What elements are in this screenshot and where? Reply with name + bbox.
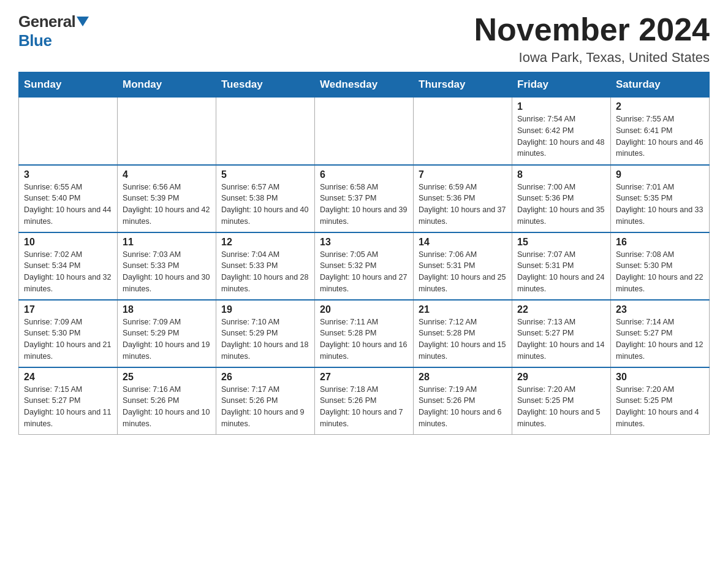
day-number: 7 — [419, 169, 507, 180]
day-number: 26 — [221, 372, 309, 383]
day-number: 18 — [123, 304, 211, 315]
day-info: Sunrise: 7:00 AM Sunset: 5:36 PM Dayligh… — [517, 182, 605, 228]
day-info: Sunrise: 7:14 AM Sunset: 5:27 PM Dayligh… — [616, 316, 704, 362]
day-info: Sunrise: 7:04 AM Sunset: 5:33 PM Dayligh… — [221, 249, 309, 295]
calendar-cell: 17Sunrise: 7:09 AM Sunset: 5:30 PM Dayli… — [19, 300, 118, 367]
calendar-week-4: 17Sunrise: 7:09 AM Sunset: 5:30 PM Dayli… — [19, 300, 710, 367]
day-number: 25 — [123, 372, 211, 383]
day-info: Sunrise: 7:55 AM Sunset: 6:41 PM Dayligh… — [616, 113, 704, 159]
calendar-cell: 18Sunrise: 7:09 AM Sunset: 5:29 PM Dayli… — [118, 300, 216, 367]
day-number: 24 — [24, 372, 112, 383]
day-info: Sunrise: 6:59 AM Sunset: 5:36 PM Dayligh… — [419, 182, 507, 228]
day-number: 20 — [320, 304, 408, 315]
day-number: 10 — [24, 237, 112, 248]
day-info: Sunrise: 7:09 AM Sunset: 5:30 PM Dayligh… — [24, 316, 112, 362]
calendar-cell: 26Sunrise: 7:17 AM Sunset: 5:26 PM Dayli… — [216, 367, 315, 435]
day-number: 3 — [24, 169, 112, 180]
calendar-cell: 1Sunrise: 7:54 AM Sunset: 6:42 PM Daylig… — [512, 98, 611, 165]
calendar-cell — [118, 98, 216, 165]
logo-general-text: General — [18, 12, 75, 31]
weekday-header-wednesday: Wednesday — [315, 72, 414, 98]
calendar-cell: 23Sunrise: 7:14 AM Sunset: 5:27 PM Dayli… — [611, 300, 710, 367]
day-number: 5 — [221, 169, 309, 180]
logo: General Blue — [18, 12, 89, 50]
calendar-cell: 20Sunrise: 7:11 AM Sunset: 5:28 PM Dayli… — [315, 300, 414, 367]
day-number: 19 — [221, 304, 309, 315]
day-number: 17 — [24, 304, 112, 315]
day-info: Sunrise: 7:20 AM Sunset: 5:25 PM Dayligh… — [517, 384, 605, 430]
calendar-cell: 28Sunrise: 7:19 AM Sunset: 5:26 PM Dayli… — [414, 367, 512, 435]
day-info: Sunrise: 6:56 AM Sunset: 5:39 PM Dayligh… — [123, 182, 211, 228]
day-info: Sunrise: 7:10 AM Sunset: 5:29 PM Dayligh… — [221, 316, 309, 362]
calendar-cell: 22Sunrise: 7:13 AM Sunset: 5:27 PM Dayli… — [512, 300, 611, 367]
day-info: Sunrise: 7:20 AM Sunset: 5:25 PM Dayligh… — [616, 384, 704, 430]
day-info: Sunrise: 7:13 AM Sunset: 5:27 PM Dayligh… — [517, 316, 605, 362]
calendar-week-1: 1Sunrise: 7:54 AM Sunset: 6:42 PM Daylig… — [19, 98, 710, 165]
title-section: November 2024 Iowa Park, Texas, United S… — [474, 12, 710, 66]
day-info: Sunrise: 7:05 AM Sunset: 5:32 PM Dayligh… — [320, 249, 408, 295]
logo-triangle-icon — [77, 17, 89, 26]
location-text: Iowa Park, Texas, United States — [474, 50, 710, 66]
day-number: 28 — [419, 372, 507, 383]
day-number: 16 — [616, 237, 704, 248]
weekday-header-friday: Friday — [512, 72, 611, 98]
calendar-cell: 6Sunrise: 6:58 AM Sunset: 5:37 PM Daylig… — [315, 165, 414, 232]
calendar-week-5: 24Sunrise: 7:15 AM Sunset: 5:27 PM Dayli… — [19, 367, 710, 435]
calendar-cell: 12Sunrise: 7:04 AM Sunset: 5:33 PM Dayli… — [216, 232, 315, 300]
day-info: Sunrise: 7:16 AM Sunset: 5:26 PM Dayligh… — [123, 384, 211, 430]
calendar-cell — [19, 98, 118, 165]
calendar-cell: 19Sunrise: 7:10 AM Sunset: 5:29 PM Dayli… — [216, 300, 315, 367]
day-info: Sunrise: 6:58 AM Sunset: 5:37 PM Dayligh… — [320, 182, 408, 228]
weekday-header-thursday: Thursday — [414, 72, 512, 98]
day-info: Sunrise: 7:11 AM Sunset: 5:28 PM Dayligh… — [320, 316, 408, 362]
day-number: 23 — [616, 304, 704, 315]
day-info: Sunrise: 7:12 AM Sunset: 5:28 PM Dayligh… — [419, 316, 507, 362]
day-info: Sunrise: 7:17 AM Sunset: 5:26 PM Dayligh… — [221, 384, 309, 430]
day-number: 12 — [221, 237, 309, 248]
calendar-cell: 30Sunrise: 7:20 AM Sunset: 5:25 PM Dayli… — [611, 367, 710, 435]
day-number: 8 — [517, 169, 605, 180]
calendar-cell: 2Sunrise: 7:55 AM Sunset: 6:41 PM Daylig… — [611, 98, 710, 165]
day-info: Sunrise: 7:18 AM Sunset: 5:26 PM Dayligh… — [320, 384, 408, 430]
day-number: 11 — [123, 237, 211, 248]
day-info: Sunrise: 6:57 AM Sunset: 5:38 PM Dayligh… — [221, 182, 309, 228]
calendar-cell: 24Sunrise: 7:15 AM Sunset: 5:27 PM Dayli… — [19, 367, 118, 435]
calendar-cell: 13Sunrise: 7:05 AM Sunset: 5:32 PM Dayli… — [315, 232, 414, 300]
calendar-cell: 10Sunrise: 7:02 AM Sunset: 5:34 PM Dayli… — [19, 232, 118, 300]
calendar-cell: 4Sunrise: 6:56 AM Sunset: 5:39 PM Daylig… — [118, 165, 216, 232]
calendar-cell: 3Sunrise: 6:55 AM Sunset: 5:40 PM Daylig… — [19, 165, 118, 232]
weekday-header-monday: Monday — [118, 72, 216, 98]
day-number: 2 — [616, 101, 704, 112]
day-info: Sunrise: 6:55 AM Sunset: 5:40 PM Dayligh… — [24, 182, 112, 228]
calendar-cell: 8Sunrise: 7:00 AM Sunset: 5:36 PM Daylig… — [512, 165, 611, 232]
day-number: 1 — [517, 101, 605, 112]
calendar-cell: 25Sunrise: 7:16 AM Sunset: 5:26 PM Dayli… — [118, 367, 216, 435]
day-number: 30 — [616, 372, 704, 383]
day-info: Sunrise: 7:08 AM Sunset: 5:30 PM Dayligh… — [616, 249, 704, 295]
day-info: Sunrise: 7:09 AM Sunset: 5:29 PM Dayligh… — [123, 316, 211, 362]
calendar-cell: 7Sunrise: 6:59 AM Sunset: 5:36 PM Daylig… — [414, 165, 512, 232]
day-number: 4 — [123, 169, 211, 180]
day-number: 13 — [320, 237, 408, 248]
day-number: 27 — [320, 372, 408, 383]
day-info: Sunrise: 7:01 AM Sunset: 5:35 PM Dayligh… — [616, 182, 704, 228]
day-number: 9 — [616, 169, 704, 180]
calendar-cell: 11Sunrise: 7:03 AM Sunset: 5:33 PM Dayli… — [118, 232, 216, 300]
day-info: Sunrise: 7:15 AM Sunset: 5:27 PM Dayligh… — [24, 384, 112, 430]
calendar-cell — [216, 98, 315, 165]
weekday-header-tuesday: Tuesday — [216, 72, 315, 98]
month-title: November 2024 — [474, 12, 710, 47]
day-info: Sunrise: 7:19 AM Sunset: 5:26 PM Dayligh… — [419, 384, 507, 430]
logo-blue-text: Blue — [18, 31, 51, 50]
calendar-cell — [414, 98, 512, 165]
calendar-cell: 5Sunrise: 6:57 AM Sunset: 5:38 PM Daylig… — [216, 165, 315, 232]
day-info: Sunrise: 7:03 AM Sunset: 5:33 PM Dayligh… — [123, 249, 211, 295]
calendar-cell — [315, 98, 414, 165]
calendar-cell: 14Sunrise: 7:06 AM Sunset: 5:31 PM Dayli… — [414, 232, 512, 300]
calendar-week-3: 10Sunrise: 7:02 AM Sunset: 5:34 PM Dayli… — [19, 232, 710, 300]
day-number: 15 — [517, 237, 605, 248]
calendar-cell: 16Sunrise: 7:08 AM Sunset: 5:30 PM Dayli… — [611, 232, 710, 300]
day-number: 22 — [517, 304, 605, 315]
day-number: 6 — [320, 169, 408, 180]
day-info: Sunrise: 7:07 AM Sunset: 5:31 PM Dayligh… — [517, 249, 605, 295]
